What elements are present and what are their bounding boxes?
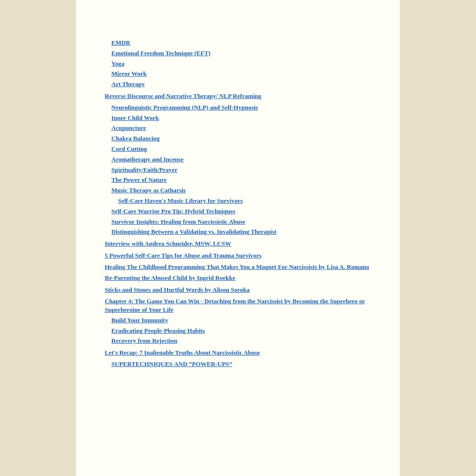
list-item: Neurolinguistic Programming (NLP) and Se… <box>105 103 371 113</box>
list-item: Cord Cutting <box>105 144 371 154</box>
list-item: Eradicating People-Pleasing Habits <box>105 326 371 336</box>
list-item: EMDR <box>105 38 371 48</box>
toc-link-cord-cutting[interactable]: Cord Cutting <box>105 144 371 154</box>
list-item: Mirror Work <box>105 69 371 79</box>
toc-link-nlp[interactable]: Neurolinguistic Programming (NLP) and Se… <box>105 103 371 113</box>
list-item: Reverse Discourse and Narrative Therapy/… <box>105 91 371 101</box>
toc-link-immunity[interactable]: Build Your Immunity <box>105 316 371 326</box>
toc-link-sticks[interactable]: Sticks and Stones and Hurtful Words by A… <box>105 285 371 295</box>
list-item: Yoga <box>105 59 371 69</box>
list-item: Self-Care Warrior Pro Tip: Hybrid Techni… <box>105 207 371 217</box>
list-item: Re-Parenting the Abused Child by Ingrid … <box>105 273 371 283</box>
toc-link-hybrid[interactable]: Self-Care Warrior Pro Tip: Hybrid Techni… <box>105 207 371 217</box>
list-item: Recovery from Rejection <box>105 336 371 346</box>
toc-link-people-pleasing[interactable]: Eradicating People-Pleasing Habits <box>105 326 371 336</box>
list-item: Sticks and Stones and Hurtful Words by A… <box>105 285 371 295</box>
toc-link-music-therapy[interactable]: Music Therapy as Catharsis <box>105 186 371 196</box>
toc-link-music-library[interactable]: Self-Care Haven's Music Library for Surv… <box>105 196 371 206</box>
list-item: The Power of Nature <box>105 175 371 185</box>
toc-link-supertechniques[interactable]: SUPERTECHNIQUES AND “POWER-UPS” <box>105 359 371 369</box>
list-item: Interview with Andrea Schneider, MSW, LC… <box>105 239 371 249</box>
toc-link-mirror-work[interactable]: Mirror Work <box>105 69 371 79</box>
toc-link-chapter4[interactable]: Chapter 4: The Game You Can Win - Detach… <box>105 297 371 314</box>
toc-link-chakra[interactable]: Chakra Balancing <box>105 134 371 144</box>
toc-link-reverse-discourse[interactable]: Reverse Discourse and Narrative Therapy/… <box>105 91 371 101</box>
toc-link-spirituality[interactable]: Spirituality/Faith/Prayer <box>105 165 371 175</box>
toc-link-nature[interactable]: The Power of Nature <box>105 175 371 185</box>
toc-link-healing[interactable]: Healing The Childhood Programming That M… <box>105 263 371 271</box>
list-item: Emotional Freedom Technique (EFT) <box>105 49 371 59</box>
list-item: Chapter 4: The Game You Can Win - Detach… <box>105 297 371 314</box>
toc-link-inner-child[interactable]: Inner Child Work <box>105 113 371 123</box>
list-item: Inner Child Work <box>105 113 371 123</box>
toc-link-art-therapy[interactable]: Art Therapy <box>105 79 371 89</box>
toc-link-aromatherapy[interactable]: Aromatherapy and Incense <box>105 155 371 165</box>
list-item: Healing The Childhood Programming That M… <box>105 263 371 271</box>
list-item: Music Therapy as Catharsis <box>105 186 371 196</box>
list-item: SUPERTECHNIQUES AND “POWER-UPS” <box>105 359 371 369</box>
list-item: Chakra Balancing <box>105 134 371 144</box>
toc-link-rejection[interactable]: Recovery from Rejection <box>105 336 371 346</box>
list-item: Build Your Immunity <box>105 316 371 326</box>
toc-link-emdr[interactable]: EMDR <box>105 38 371 48</box>
toc-link-survivor-insights[interactable]: Survivor Insights: Healing from Narcissi… <box>105 217 371 227</box>
list-item: Let's Recap: 7 Inalienable Truths About … <box>105 348 371 358</box>
list-item: 5 Powerful Self-Care Tips for Abuse and … <box>105 251 371 261</box>
toc-link-acupuncture[interactable]: Acupuncture <box>105 123 371 133</box>
list-item: Acupuncture <box>105 123 371 133</box>
toc-link-yoga[interactable]: Yoga <box>105 59 371 69</box>
list-item: Distinguishing Between a Validating vs. … <box>105 227 371 237</box>
toc-link-validating[interactable]: Distinguishing Between a Validating vs. … <box>105 227 371 237</box>
toc-link-reparenting[interactable]: Re-Parenting the Abused Child by Ingrid … <box>105 273 371 283</box>
toc-link-eft[interactable]: Emotional Freedom Technique (EFT) <box>105 49 371 59</box>
toc-link-5tips[interactable]: 5 Powerful Self-Care Tips for Abuse and … <box>105 251 371 261</box>
page-content: EMDREmotional Freedom Technique (EFT)Yog… <box>76 0 400 476</box>
list-item: Self-Care Haven's Music Library for Surv… <box>105 196 371 206</box>
toc-list: EMDREmotional Freedom Technique (EFT)Yog… <box>105 38 371 369</box>
list-item: Spirituality/Faith/Prayer <box>105 165 371 175</box>
toc-link-interview[interactable]: Interview with Andrea Schneider, MSW, LC… <box>105 239 371 249</box>
list-item: Art Therapy <box>105 79 371 89</box>
toc-link-recap[interactable]: Let's Recap: 7 Inalienable Truths About … <box>105 348 371 358</box>
list-item: Survivor Insights: Healing from Narcissi… <box>105 217 371 227</box>
list-item: Aromatherapy and Incense <box>105 155 371 165</box>
